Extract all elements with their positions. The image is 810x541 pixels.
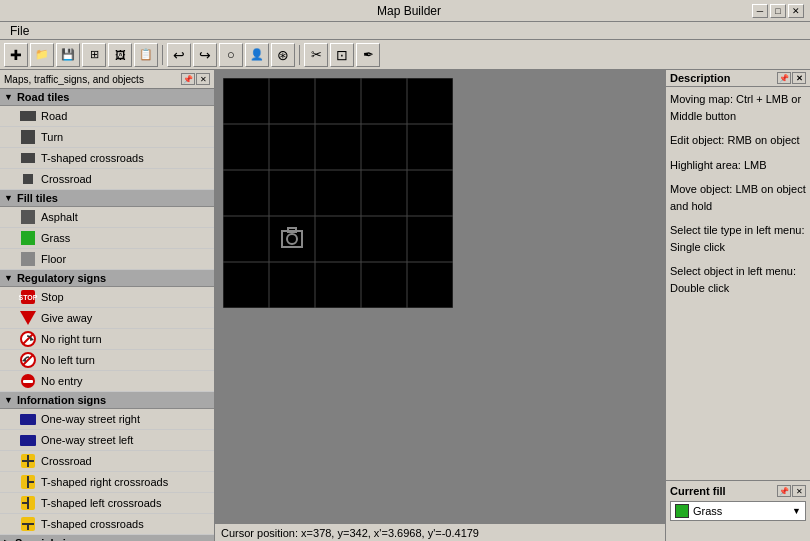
fill-close-button[interactable]: ✕	[792, 485, 806, 497]
desc-line-1: Moving map: Ctrl + LMB or Middle button	[670, 91, 806, 124]
road-icon	[20, 108, 36, 124]
item-no-right-turn[interactable]: No right turn	[0, 329, 214, 350]
item-tshaped-cross-label: T-shaped crossroads	[41, 518, 144, 530]
fill-label: Current fill	[670, 485, 726, 497]
toolbar-sep-2	[299, 45, 300, 65]
grass-icon	[20, 230, 36, 246]
cursor-position: Cursor position: x=378, y=342, x'=3.6968…	[221, 527, 479, 539]
fill-value: Grass	[693, 505, 722, 517]
description-content: Moving map: Ctrl + LMB or Middle button …	[666, 87, 810, 480]
tshaped-right-icon	[20, 474, 36, 490]
category-regulatory-signs[interactable]: ▼ Regulatory signs	[0, 270, 214, 287]
description-panel: Description 📌 ✕ Moving map: Ctrl + LMB o…	[666, 70, 810, 481]
desc-line-3: Highlight area: LMB	[670, 157, 806, 174]
item-give-away[interactable]: Give away	[0, 308, 214, 329]
save-grid-button[interactable]: ⊞	[82, 43, 106, 67]
item-oneway-right[interactable]: One-way street right	[0, 409, 214, 430]
maximize-button[interactable]: □	[770, 4, 786, 18]
canvas-area[interactable]: Cursor position: x=378, y=342, x'=3.6968…	[215, 70, 665, 541]
give-away-icon	[20, 310, 36, 326]
item-oneway-left[interactable]: One-way street left	[0, 430, 214, 451]
left-panel-header: Maps, traffic_signs, and objects 📌 ✕	[0, 70, 214, 89]
open-button[interactable]: 📁	[30, 43, 54, 67]
item-road[interactable]: Road	[0, 106, 214, 127]
desc-line-4: Move object: LMB on object and hold	[670, 181, 806, 214]
category-information-label: Infornation signs	[17, 394, 106, 406]
description-title: Description	[670, 72, 731, 84]
clipboard-button[interactable]: 📋	[134, 43, 158, 67]
item-crossroad[interactable]: Crossroad	[0, 169, 214, 190]
close-button[interactable]: ✕	[788, 4, 804, 18]
desc-close-button[interactable]: ✕	[792, 72, 806, 84]
left-panel: Maps, traffic_signs, and objects 📌 ✕ ▼ R…	[0, 70, 215, 541]
left-panel-header-buttons: 📌 ✕	[181, 73, 210, 85]
layers-button[interactable]: ⊛	[271, 43, 295, 67]
toolbar: ✚ 📁 💾 ⊞ 🖼 📋 ↩ ↪ ○ 👤 ⊛ ✂ ⊡ ✒	[0, 40, 810, 70]
no-right-turn-icon	[20, 331, 36, 347]
redo-button[interactable]: ↪	[193, 43, 217, 67]
person-button[interactable]: 👤	[245, 43, 269, 67]
cut-button[interactable]: ✂	[304, 43, 328, 67]
item-oneway-left-label: One-way street left	[41, 434, 133, 446]
desc-pin-button[interactable]: 📌	[777, 72, 791, 84]
desc-line-5: Select tile type in left menu: Single cl…	[670, 222, 806, 255]
item-floor-label: Floor	[41, 253, 66, 265]
category-fill-tiles[interactable]: ▼ Fill tiles	[0, 190, 214, 207]
item-no-entry-label: No entry	[41, 375, 83, 387]
category-special-label: Special signs	[15, 537, 85, 541]
category-information-signs[interactable]: ▼ Infornation signs	[0, 392, 214, 409]
item-no-left-turn[interactable]: No left turn	[0, 350, 214, 371]
window-controls[interactable]: ─ □ ✕	[752, 4, 804, 18]
svg-rect-7	[23, 380, 33, 383]
left-tree: ▼ Road tiles Road Turn T-shaped crossroa…	[0, 89, 214, 541]
item-tshaped-left-cross[interactable]: T-shaped left crossroads	[0, 493, 214, 514]
turn-icon	[20, 129, 36, 145]
map-canvas[interactable]	[223, 78, 453, 308]
category-special-signs[interactable]: ▶ Special signs	[0, 535, 214, 541]
category-road-tiles[interactable]: ▼ Road tiles	[0, 89, 214, 106]
no-entry-icon	[20, 373, 36, 389]
fill-dropdown[interactable]: Grass ▼	[670, 501, 806, 521]
oneway-left-icon	[20, 432, 36, 448]
item-tshaped-right-cross[interactable]: T-shaped right crossroads	[0, 472, 214, 493]
item-stop[interactable]: STOP Stop	[0, 287, 214, 308]
arrow-information: ▼	[4, 395, 13, 405]
item-asphalt[interactable]: Asphalt	[0, 207, 214, 228]
right-panel: Description 📌 ✕ Moving map: Ctrl + LMB o…	[665, 70, 810, 541]
fill-panel-buttons: 📌 ✕	[777, 485, 806, 497]
floor-icon	[20, 251, 36, 267]
crossroad-sign-icon	[20, 453, 36, 469]
desc-line-6: Select object in left menu: Double click	[670, 263, 806, 296]
fill-color-box	[675, 504, 689, 518]
menu-file[interactable]: File	[4, 23, 35, 39]
undo-button[interactable]: ↩	[167, 43, 191, 67]
fill-pin-button[interactable]: 📌	[777, 485, 791, 497]
item-no-left-turn-label: No left turn	[41, 354, 95, 366]
item-turn[interactable]: Turn	[0, 127, 214, 148]
item-tshaped-left-label: T-shaped left crossroads	[41, 497, 161, 509]
item-crossroad-sign[interactable]: Crossroad	[0, 451, 214, 472]
circle-button[interactable]: ○	[219, 43, 243, 67]
panel-pin-button[interactable]: 📌	[181, 73, 195, 85]
save-button[interactable]: 💾	[56, 43, 80, 67]
new-button[interactable]: ✚	[4, 43, 28, 67]
title-bar: Map Builder ─ □ ✕	[0, 0, 810, 22]
category-road-tiles-label: Road tiles	[17, 91, 70, 103]
item-no-entry[interactable]: No entry	[0, 371, 214, 392]
tshaped-cross-icon	[20, 516, 36, 532]
item-floor[interactable]: Floor	[0, 249, 214, 270]
item-tshaped-cross-sign[interactable]: T-shaped crossroads	[0, 514, 214, 535]
paste-special-button[interactable]: ⊡	[330, 43, 354, 67]
image-button[interactable]: 🖼	[108, 43, 132, 67]
item-tshaped-crossroads[interactable]: T-shaped crossroads	[0, 148, 214, 169]
eyedropper-button[interactable]: ✒	[356, 43, 380, 67]
tshaped-icon	[20, 150, 36, 166]
item-crossroad-sign-label: Crossroad	[41, 455, 92, 467]
oneway-right-icon	[20, 411, 36, 427]
asphalt-icon	[20, 209, 36, 225]
item-no-right-turn-label: No right turn	[41, 333, 102, 345]
tshaped-left-icon	[20, 495, 36, 511]
panel-close-button[interactable]: ✕	[196, 73, 210, 85]
minimize-button[interactable]: ─	[752, 4, 768, 18]
item-grass[interactable]: Grass	[0, 228, 214, 249]
